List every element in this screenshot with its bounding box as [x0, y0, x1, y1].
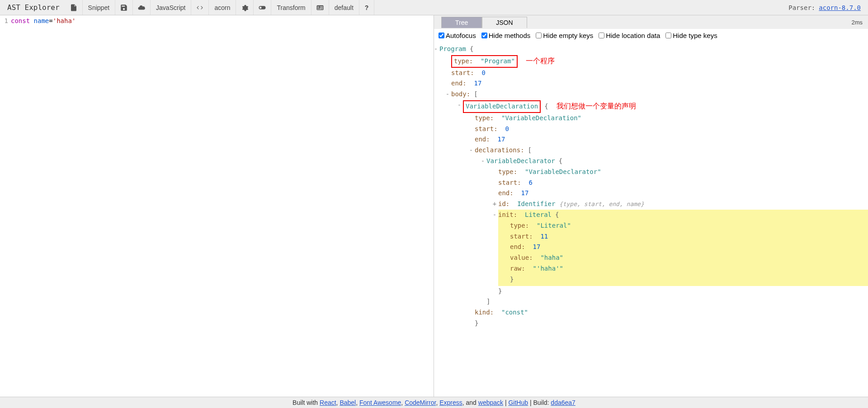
annotation-1: 一个程序 — [526, 57, 555, 65]
output-panel: Tree JSON 2ms Autofocus Hide methods Hid… — [434, 15, 868, 397]
parser-menu[interactable]: acorn — [209, 0, 236, 15]
language-menu[interactable]: JavaScript — [151, 0, 191, 15]
collapse-icon[interactable]: - — [468, 145, 474, 156]
parse-time: 2ms — [851, 19, 868, 26]
tabs-row: Tree JSON 2ms — [434, 15, 868, 29]
collapse-icon[interactable]: - — [445, 89, 450, 100]
build-link[interactable]: dda6ea7 — [551, 399, 576, 406]
opt-hide-type[interactable]: Hide type keys — [665, 32, 717, 39]
transform-menu[interactable]: Transform — [271, 0, 311, 15]
footer: Built with React, Babel, Font Awesome, C… — [0, 397, 868, 408]
link-babel[interactable]: Babel — [340, 399, 356, 406]
parser-link[interactable]: acorn-8.7.0 — [819, 4, 866, 11]
link-react[interactable]: React — [320, 399, 336, 406]
tab-tree[interactable]: Tree — [441, 17, 482, 28]
link-webpack[interactable]: webpack — [478, 399, 503, 406]
code-editor[interactable]: 1 const name='haha' — [0, 15, 434, 397]
expand-icon[interactable]: + — [492, 199, 497, 210]
opt-hide-location[interactable]: Hide location data — [599, 32, 660, 39]
node-init: - init: Literal{ type: "Literal" start: … — [498, 210, 868, 286]
node-body: - body:[ - VariableDeclaration{我们想做一个变量的… — [451, 89, 868, 329]
link-express[interactable]: Express — [439, 399, 462, 406]
code-line[interactable]: const name='haha' — [11, 17, 75, 24]
node-declarations: - declarations:[ - VariableDeclarator{ — [475, 145, 868, 307]
app-title: AST Explorer — [2, 3, 65, 12]
main: 1 const name='haha' Tree JSON 2ms Autofo… — [0, 15, 868, 397]
collapse-icon[interactable]: - — [434, 44, 439, 55]
snippet-menu[interactable]: Snippet — [83, 0, 115, 15]
collapse-icon[interactable]: - — [457, 100, 462, 111]
node-id: + id: Identifier {type, start, end, name… — [498, 199, 868, 210]
collapse-icon[interactable]: - — [480, 156, 486, 167]
opt-hide-empty[interactable]: Hide empty keys — [536, 32, 593, 39]
opt-autofocus[interactable]: Autofocus — [439, 32, 476, 39]
gear-icon[interactable] — [236, 0, 254, 15]
node-vardecl: - VariableDeclaration{我们想做一个变量的声明 type: … — [463, 100, 868, 329]
tab-json[interactable]: JSON — [482, 17, 527, 28]
opt-hide-methods[interactable]: Hide methods — [481, 32, 531, 39]
toggle-icon[interactable] — [254, 0, 271, 15]
cloud-icon[interactable] — [133, 0, 151, 15]
collapse-icon[interactable]: - — [492, 210, 497, 220]
save-icon[interactable] — [115, 0, 133, 15]
code-icon[interactable] — [191, 0, 209, 15]
keyboard-icon[interactable] — [311, 0, 329, 15]
link-fontawesome[interactable]: Font Awesome — [359, 399, 401, 406]
line-number: 1 — [0, 17, 11, 24]
help-button[interactable]: ? — [359, 0, 375, 15]
link-codemirror[interactable]: CodeMirror — [405, 399, 436, 406]
toolbar: AST Explorer Snippet JavaScript acorn Tr… — [0, 0, 868, 15]
link-github[interactable]: GitHub — [508, 399, 528, 406]
options-bar: Autofocus Hide methods Hide empty keys H… — [434, 29, 868, 42]
new-snippet-icon[interactable] — [65, 0, 83, 15]
default-menu[interactable]: default — [329, 0, 359, 15]
node-program: - Program{ type: "Program"一个程序 start: 0 … — [439, 44, 868, 329]
node-declarator: - VariableDeclarator{ type: "VariableDec… — [486, 156, 868, 296]
parser-label: Parser: — [785, 4, 819, 11]
ast-tree[interactable]: - Program{ type: "Program"一个程序 start: 0 … — [434, 42, 868, 397]
annotation-2: 我们想做一个变量的声明 — [557, 102, 636, 110]
